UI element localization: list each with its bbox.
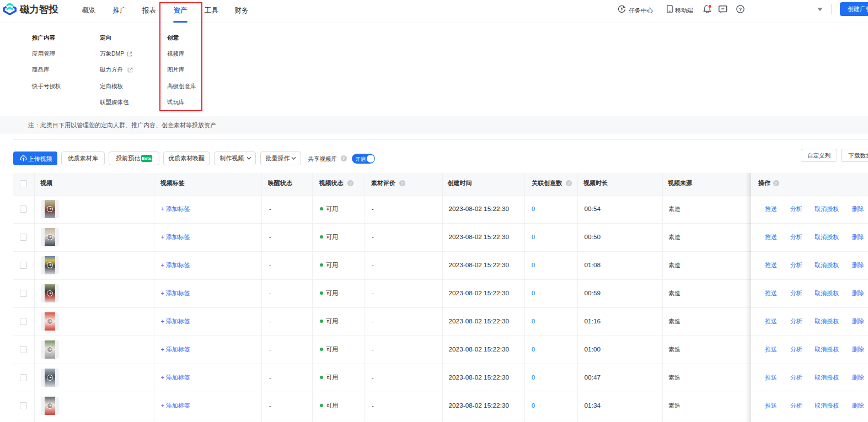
svg-text:?: ? xyxy=(739,7,742,12)
